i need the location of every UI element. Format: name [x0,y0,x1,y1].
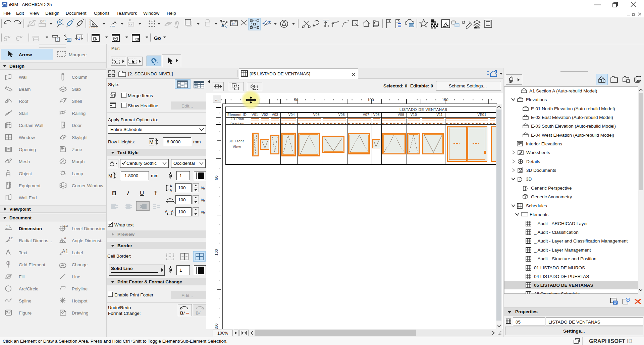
svg-text:XY: XY [129,23,132,26]
svg-text:50: 50 [294,98,299,102]
svg-text:/: / [183,310,185,316]
svg-text:A1: A1 [42,19,46,23]
svg-text:A: A [170,189,172,192]
svg-text:§: § [57,38,58,41]
svg-text:α: α [64,236,66,240]
svg-text:B: B [180,310,183,316]
svg-text:100: 100 [367,98,374,102]
svg-text:12: 12 [232,23,235,26]
svg-text:/: / [199,310,201,316]
svg-text:A: A [165,210,167,213]
svg-text:Go: Go [154,35,161,41]
svg-text:150: 150 [442,98,448,102]
svg-text:A: A [171,210,173,213]
svg-text:B: B [196,310,199,316]
svg-text:M: M [108,173,112,179]
svg-text:M: M [149,139,154,145]
svg-text:1: 1 [8,261,9,265]
svg-text:1.2: 1.2 [9,236,13,240]
svg-text:1.2: 1.2 [64,224,68,227]
svg-text:A: A [170,184,172,188]
svg-text:A1: A1 [62,249,68,254]
svg-text:1.2: 1.2 [6,224,10,228]
